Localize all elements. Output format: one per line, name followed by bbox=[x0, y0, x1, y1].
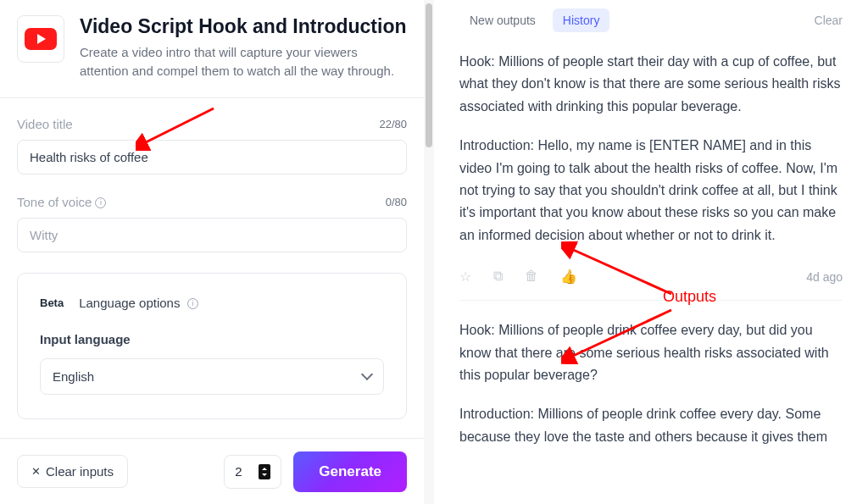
form-scroll-area[interactable]: Video Script Hook and Introduction Creat… bbox=[0, 0, 424, 438]
output-timestamp: 4d ago bbox=[806, 270, 843, 284]
clear-outputs-button[interactable]: Clear bbox=[815, 14, 843, 27]
output-intro: Introduction: Hello, my name is [ENTER N… bbox=[459, 135, 843, 246]
chevron-down-icon bbox=[361, 368, 373, 380]
info-icon[interactable]: i bbox=[95, 197, 106, 208]
video-title-label: Video title bbox=[17, 117, 73, 131]
clear-inputs-button[interactable]: ✕ Clear inputs bbox=[17, 455, 128, 488]
info-icon[interactable]: i bbox=[187, 298, 198, 309]
page-title: Video Script Hook and Introduction bbox=[80, 15, 407, 38]
input-language-value: English bbox=[53, 369, 94, 384]
thumbs-up-icon[interactable]: 👍 bbox=[560, 269, 577, 285]
output-count-value: 2 bbox=[235, 464, 242, 479]
beta-badge: Beta bbox=[40, 296, 64, 309]
x-icon: ✕ bbox=[31, 465, 41, 478]
clear-inputs-label: Clear inputs bbox=[46, 464, 114, 479]
generate-button[interactable]: Generate bbox=[293, 451, 407, 492]
tab-new-outputs[interactable]: New outputs bbox=[459, 8, 546, 32]
scrollbar[interactable] bbox=[424, 0, 434, 504]
output-card: Hook: Millions of people drink coffee ev… bbox=[459, 319, 843, 465]
language-options-card: Beta Language options i Input language E… bbox=[17, 273, 407, 419]
video-title-counter: 22/80 bbox=[379, 118, 407, 130]
output-intro: Introduction: Millions of people drink c… bbox=[459, 403, 843, 448]
input-language-label: Input language bbox=[40, 332, 384, 346]
scrollbar-thumb[interactable] bbox=[426, 3, 432, 147]
video-title-input[interactable] bbox=[17, 140, 407, 174]
tab-history[interactable]: History bbox=[553, 8, 610, 32]
tone-counter: 0/80 bbox=[386, 196, 407, 208]
tone-label: Tone of voicei bbox=[17, 195, 106, 209]
template-icon bbox=[17, 15, 64, 63]
page-subtitle: Create a video intro that will capture y… bbox=[80, 43, 407, 80]
language-options-label: Language options i bbox=[79, 296, 198, 310]
trash-icon[interactable]: 🗑 bbox=[525, 269, 538, 285]
output-hook: Hook: Millions of people start their day… bbox=[459, 51, 843, 118]
tone-input[interactable] bbox=[17, 218, 407, 252]
input-language-select[interactable]: English bbox=[40, 358, 384, 395]
youtube-icon bbox=[25, 28, 57, 50]
stepper-icon[interactable] bbox=[259, 464, 270, 479]
copy-icon[interactable]: ⧉ bbox=[493, 269, 503, 285]
output-hook: Hook: Millions of people drink coffee ev… bbox=[459, 319, 843, 386]
star-icon[interactable]: ☆ bbox=[459, 269, 471, 285]
output-count-stepper[interactable]: 2 bbox=[224, 455, 281, 489]
output-card: Hook: Millions of people start their day… bbox=[459, 51, 843, 319]
